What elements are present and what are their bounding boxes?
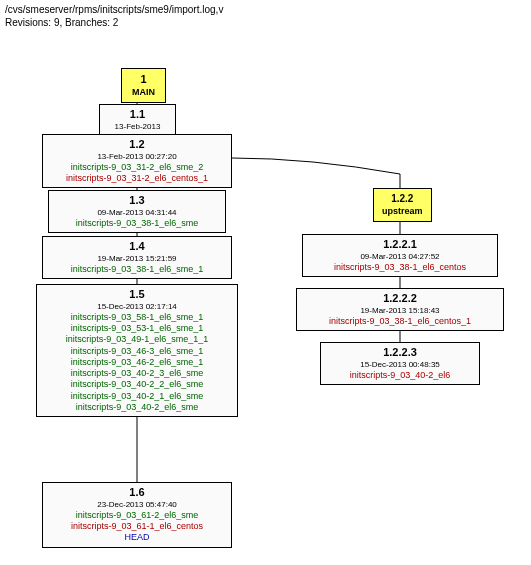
date: 19-Mar-2013 15:18:43 — [303, 306, 497, 316]
tags: initscripts-9_03_38-1_el6_sme_1 — [49, 264, 225, 275]
tag: initscripts-9_03_40-2_1_el6_sme — [43, 391, 231, 402]
branch-main: 1 MAIN — [121, 68, 166, 103]
date: 09-Mar-2013 04:31:44 — [55, 208, 219, 218]
ver: 1.2 — [49, 138, 225, 152]
tags: initscripts-9_03_38-1_el6_sme — [55, 218, 219, 229]
date: 09-Mar-2013 04:27:52 — [309, 252, 491, 262]
tag: initscripts-9_03_53-1_el6_sme_1 — [43, 323, 231, 334]
ver: 1.1 — [106, 108, 169, 122]
tag: initscripts-9_03_38-1_el6_centos — [309, 262, 491, 273]
date: 13-Feb-2013 00:27:20 — [49, 152, 225, 162]
node-1-4: 1.4 19-Mar-2013 15:21:59 initscripts-9_0… — [42, 236, 232, 279]
ver: 1.2.2.3 — [327, 346, 473, 360]
branch-main-name: MAIN — [132, 87, 155, 98]
tag: initscripts-9_03_40-2_el6_sme — [43, 402, 231, 413]
node-1-5: 1.5 15-Dec-2013 02:17:14 initscripts-9_0… — [36, 284, 238, 417]
path-text: /cvs/smeserver/rpms/initscripts/sme9/imp… — [5, 3, 526, 16]
ver: 1.4 — [49, 240, 225, 254]
ver: 1.2.2.1 — [309, 238, 491, 252]
node-1-2: 1.2 13-Feb-2013 00:27:20 initscripts-9_0… — [42, 134, 232, 188]
ver: 1.3 — [55, 194, 219, 208]
tag: initscripts-9_03_46-3_el6_sme_1 — [43, 346, 231, 357]
node-1-2-2-2: 1.2.2.2 19-Mar-2013 15:18:43 initscripts… — [296, 288, 504, 331]
date: 15-Dec-2013 00:48:35 — [327, 360, 473, 370]
ver: 1.2.2.2 — [303, 292, 497, 306]
tag: initscripts-9_03_40-2_3_el6_sme — [43, 368, 231, 379]
node-1-6: 1.6 23-Dec-2013 05:47:40 initscripts-9_0… — [42, 482, 232, 548]
tag: initscripts-9_03_38-1_el6_sme — [55, 218, 219, 229]
tag: initscripts-9_03_58-1_el6_sme_1 — [43, 312, 231, 323]
tags: initscripts-9_03_38-1_el6_centos_1 — [303, 316, 497, 327]
node-1-2-2-3: 1.2.2.3 15-Dec-2013 00:48:35 initscripts… — [320, 342, 480, 385]
ver: 1.6 — [49, 486, 225, 500]
tags: initscripts-9_03_40-2_el6 — [327, 370, 473, 381]
node-1-2-2-1: 1.2.2.1 09-Mar-2013 04:27:52 initscripts… — [302, 234, 498, 277]
tag: initscripts-9_03_38-1_el6_centos_1 — [303, 316, 497, 327]
branch-main-num: 1 — [132, 73, 155, 87]
tag: initscripts-9_03_40-2_el6 — [327, 370, 473, 381]
tag: initscripts-9_03_31-2_el6_centos_1 — [49, 173, 225, 184]
tags: initscripts-9_03_61-2_el6_smeinitscripts… — [49, 510, 225, 544]
tags: initscripts-9_03_38-1_el6_centos — [309, 262, 491, 273]
node-1-3: 1.3 09-Mar-2013 04:31:44 initscripts-9_0… — [48, 190, 226, 233]
branch-upstream-name: upstream — [382, 206, 423, 217]
date: 19-Mar-2013 15:21:59 — [49, 254, 225, 264]
header: /cvs/smeserver/rpms/initscripts/sme9/imp… — [0, 0, 531, 32]
tags: initscripts-9_03_58-1_el6_sme_1initscrip… — [43, 312, 231, 413]
tag: initscripts-9_03_38-1_el6_sme_1 — [49, 264, 225, 275]
branch-upstream: 1.2.2 upstream — [373, 188, 432, 222]
tag: initscripts-9_03_46-2_el6_sme_1 — [43, 357, 231, 368]
tag: initscripts-9_03_31-2_el6_sme_2 — [49, 162, 225, 173]
branch-upstream-num: 1.2.2 — [382, 193, 423, 206]
tag: initscripts-9_03_40-2_2_el6_sme — [43, 379, 231, 390]
ver: 1.5 — [43, 288, 231, 302]
tag: initscripts-9_03_61-1_el6_centos — [49, 521, 225, 532]
tags: initscripts-9_03_31-2_el6_sme_2initscrip… — [49, 162, 225, 185]
date: 23-Dec-2013 05:47:40 — [49, 500, 225, 510]
date: 15-Dec-2013 02:17:14 — [43, 302, 231, 312]
tag: initscripts-9_03_49-1_el6_sme_1_1 — [43, 334, 231, 345]
tag: HEAD — [49, 532, 225, 543]
meta-text: Revisions: 9, Branches: 2 — [5, 16, 526, 29]
tag: initscripts-9_03_61-2_el6_sme — [49, 510, 225, 521]
